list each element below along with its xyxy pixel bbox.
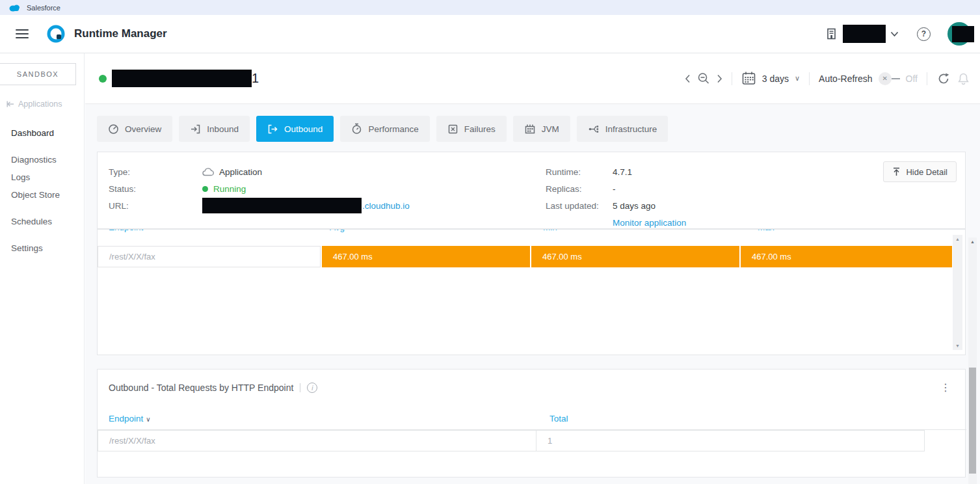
auto-refresh-state: Off	[906, 74, 918, 84]
performance-icon	[351, 123, 362, 135]
tab-infrastructure[interactable]: Infrastructure	[577, 116, 669, 142]
chevron-down-icon[interactable]	[890, 31, 899, 37]
inbound-icon	[190, 124, 201, 135]
monitor-application-link[interactable]: Monitor application	[613, 218, 686, 228]
infrastructure-icon	[588, 124, 600, 135]
redacted-app-name	[112, 70, 252, 87]
runtime-value: 4.7.1	[613, 167, 632, 177]
tab-overview[interactable]: Overview	[97, 116, 172, 142]
help-glyph: ?	[921, 29, 926, 38]
header-controls: 3 days ∨ Auto-Refresh ✕ Off	[685, 71, 970, 86]
salesforce-cloud-icon	[8, 3, 21, 12]
main-content: 1	[85, 53, 980, 484]
salesforce-brand-label: Salesforce	[27, 4, 60, 12]
tab-jvm[interactable]: JVM	[513, 116, 570, 142]
application-detail-panel: Type: Application Status: Running URL:	[97, 152, 966, 229]
runtime-manager-logo	[46, 23, 66, 44]
sidebar-item-settings[interactable]: Settings	[11, 243, 84, 253]
redacted-org-name[interactable]	[843, 25, 886, 43]
status-value: Running	[213, 184, 246, 194]
time-range-chevron-icon[interactable]: ∨	[795, 74, 800, 83]
sidebar-item-schedules[interactable]: Schedules	[11, 217, 84, 226]
environment-button[interactable]: SANDBOX	[0, 63, 76, 85]
tab-label: Infrastructure	[605, 124, 657, 134]
tab-label: JVM	[542, 124, 559, 134]
page-header: 1	[85, 53, 980, 104]
avg-cell: 467.00 ms	[322, 246, 530, 267]
application-cloud-icon	[202, 168, 214, 176]
scroll-up-icon[interactable]: ▲	[968, 239, 977, 244]
tab-failures[interactable]: Failures	[436, 116, 507, 142]
prev-range-icon[interactable]	[685, 74, 691, 83]
environment-label: SANDBOX	[17, 70, 59, 78]
notifications-bell-icon[interactable]	[957, 72, 970, 86]
replicas-value: -	[613, 184, 616, 194]
outbound-icon	[267, 124, 278, 135]
table-row[interactable]: /rest/X/X/fax 1	[98, 430, 925, 451]
widget-scrollbar[interactable]: ▲ ▼	[953, 235, 962, 350]
last-updated-label: Last updated:	[546, 201, 613, 211]
auto-refresh-toggle[interactable]: ✕	[879, 72, 900, 85]
time-range-value[interactable]: 3 days	[762, 74, 789, 84]
sidebar-item-logs[interactable]: Logs	[11, 172, 84, 182]
hamburger-menu-icon[interactable]	[16, 27, 29, 41]
applications-label: Applications	[18, 100, 62, 109]
table-row[interactable]: /rest/X/X/fax 467.00 ms 467.00 ms 467.00…	[98, 246, 953, 267]
sidebar-item-diagnostics[interactable]: Diagnostics	[11, 155, 84, 165]
response-time-table-header-clipped: Endpoint Avg Min Max	[98, 230, 966, 239]
divider	[732, 72, 732, 85]
requests-table-header: Endpoint∨ Total	[98, 409, 966, 430]
appbar-right-cluster: ?	[825, 22, 971, 46]
app-url-link[interactable]: .cloudhub.io	[362, 201, 410, 211]
sidebar-item-object-store[interactable]: Object Store	[11, 190, 84, 200]
replicas-label: Replicas:	[546, 184, 613, 194]
sort-chevron-icon: ∨	[146, 416, 150, 423]
tab-performance[interactable]: Performance	[340, 116, 429, 142]
type-value: Application	[219, 167, 262, 177]
column-header-endpoint[interactable]: Endpoint∨	[109, 414, 151, 424]
sidebar-item-applications[interactable]: Applications	[7, 100, 84, 109]
widget-menu-icon[interactable]: ⋮	[940, 381, 951, 394]
refresh-icon[interactable]	[936, 72, 951, 86]
failures-icon	[447, 124, 458, 135]
salesforce-topbar: Salesforce	[0, 0, 980, 15]
running-status-dot	[202, 186, 208, 192]
page-scrollbar[interactable]: ▲	[968, 237, 977, 484]
min-cell: 467.00 ms	[531, 246, 739, 267]
column-header-avg[interactable]: Avg	[330, 230, 345, 232]
column-header-endpoint[interactable]: Endpoint	[109, 230, 143, 232]
scroll-down-icon[interactable]: ▼	[953, 343, 962, 348]
sidebar-item-dashboard[interactable]: Dashboard	[11, 128, 84, 138]
column-header-total[interactable]: Total	[550, 414, 568, 424]
tab-label: Outbound	[284, 124, 323, 134]
info-icon[interactable]: i	[307, 383, 317, 393]
next-range-icon[interactable]	[717, 74, 722, 83]
zoom-out-icon[interactable]	[696, 72, 711, 86]
auto-refresh-label: Auto-Refresh	[819, 74, 872, 84]
scrollbar-thumb[interactable]	[969, 368, 976, 474]
endpoint-cell: /rest/X/X/fax	[98, 246, 321, 267]
tab-outbound[interactable]: Outbound	[256, 116, 334, 142]
column-header-max[interactable]: Max	[758, 230, 775, 232]
dashboard-tabs: Overview Inbound Outbound	[97, 116, 668, 142]
calendar-icon[interactable]	[741, 71, 756, 86]
tab-label: Overview	[125, 124, 161, 134]
outbound-response-time-widget: Endpoint Avg Min Max /rest/X/X/fax 467.0…	[97, 229, 966, 355]
help-icon[interactable]: ?	[917, 27, 931, 41]
tab-label: Performance	[368, 124, 418, 134]
status-label: Status:	[109, 184, 202, 194]
column-header-min[interactable]: Min	[543, 230, 557, 232]
back-to-bar-icon	[7, 101, 14, 107]
runtime-label: Runtime:	[546, 167, 613, 177]
toggle-x-icon: ✕	[879, 72, 892, 85]
avatar[interactable]	[947, 22, 971, 46]
app-bar: Runtime Manager ?	[0, 15, 980, 53]
collapse-up-icon	[892, 167, 901, 176]
hide-detail-button[interactable]: Hide Detail	[883, 161, 957, 182]
scroll-up-icon[interactable]: ▲	[953, 237, 962, 241]
endpoint-header-label: Endpoint	[109, 414, 143, 424]
sidebar: SANDBOX Applications Dashboard Diagnosti…	[0, 53, 85, 484]
tab-inbound[interactable]: Inbound	[179, 116, 250, 142]
redacted-app-url	[202, 198, 362, 213]
overview-icon	[108, 124, 119, 135]
